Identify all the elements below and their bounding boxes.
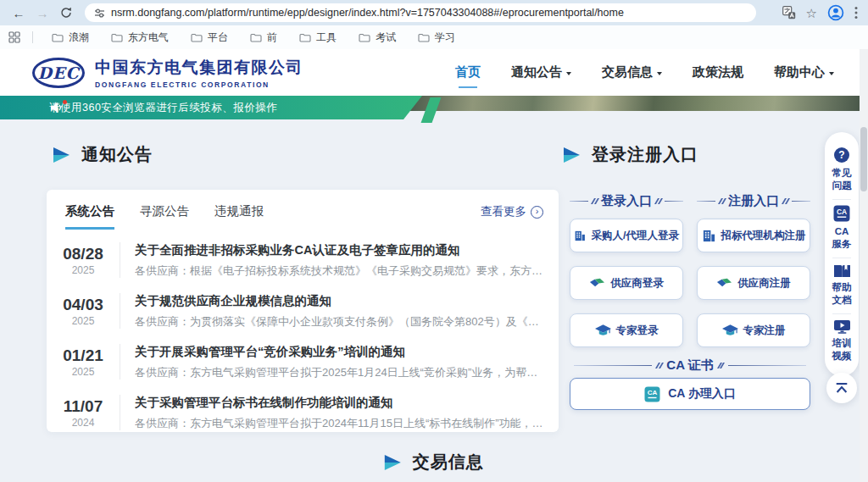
tab-system-announcements[interactable]: 系统公告	[65, 203, 114, 230]
nav-label: 首页	[455, 64, 481, 80]
announcement-date: 11/07 2024	[47, 397, 120, 429]
bookmark-folder-gongju[interactable]: 工具	[292, 29, 343, 47]
year-text: 2024	[47, 417, 120, 429]
decorative-slashes	[720, 198, 724, 204]
nav-announcements[interactable]: 通知公告	[511, 64, 571, 80]
purchaser-agent-login-button[interactable]: 采购人/代理人登录	[570, 219, 683, 252]
quick-nav-label: CA服务	[831, 225, 853, 251]
announcement-date: 01/21 2025	[47, 346, 120, 378]
section-arrow-icon	[51, 147, 70, 163]
announcement-title[interactable]: 关于规范供应商企业规模信息的通知	[135, 293, 543, 309]
bookmark-folder-langchao[interactable]: 浪潮	[45, 29, 96, 47]
bookmark-star-icon[interactable]: ☆	[806, 7, 817, 19]
login-entry-header: 登录入口	[570, 193, 683, 209]
site-header: DEC 中国东方电气集团有限公司 DONGFANG ELECTRIC CORPO…	[0, 49, 868, 96]
section-arrow-icon	[561, 147, 581, 163]
supplier-register-button[interactable]: 供应商注册	[697, 266, 810, 300]
announcement-row[interactable]: 04/03 2025 关于规范供应商企业规模信息的通知 各供应商：为贯彻落实《保…	[47, 285, 559, 336]
bookmark-label: 东方电气	[128, 30, 169, 45]
quick-nav-label: 培训视频	[831, 337, 853, 363]
subheader-text: CA 证书	[666, 357, 713, 374]
bookmark-folder-pingtai[interactable]: 平台	[184, 29, 235, 47]
quick-nav-sidebar: ? 常见问题 CA CA服务 帮助文档	[825, 132, 859, 376]
quick-nav-help-docs[interactable]: 帮助文档	[825, 258, 859, 313]
announcement-desc: 各供应商：为贯彻落实《保障中小企业款项支付条例》（国务院令第802号）及《中小企…	[135, 314, 543, 330]
translate-icon[interactable]	[782, 6, 796, 19]
date-text: 08/28	[47, 245, 120, 263]
quick-nav-ca-service[interactable]: CA CA服务	[825, 200, 859, 258]
button-label: 专家注册	[743, 324, 786, 338]
url-bar[interactable]: nsrm.dongfang.com/platform/runtime/epp/d…	[85, 3, 756, 22]
scrollbar-track[interactable]	[860, 49, 868, 482]
expert-login-button[interactable]: 专家登录	[570, 313, 683, 347]
bidding-agency-register-button[interactable]: 招标代理机构注册	[697, 219, 810, 252]
folder-icon	[191, 33, 203, 42]
back-to-top-button[interactable]	[826, 373, 857, 403]
bookmark-label: 考试	[376, 30, 396, 45]
to-top-icon	[834, 382, 849, 394]
nav-help-center[interactable]: 帮助中心	[774, 64, 834, 80]
button-label: CA 办理入口	[668, 386, 736, 402]
site-settings-icon[interactable]	[94, 8, 105, 19]
announcement-title[interactable]: 关于开展采购管理平台“竞价采购业务”培训的通知	[135, 344, 543, 360]
announcement-tabs: 系统公告 寻源公告 违规通报 查看更多 ›	[47, 190, 559, 230]
announcement-row[interactable]: 11/07 2024 关于采购管理平台标书在线制作功能培训的通知 各供应商：东方…	[47, 387, 559, 438]
decorative-line	[570, 201, 588, 202]
supplier-login-button[interactable]: 供应商登录	[570, 266, 683, 300]
tab-sourcing-announcements[interactable]: 寻源公告	[140, 203, 189, 230]
nav-trade-info[interactable]: 交易信息	[602, 64, 662, 80]
announcement-title[interactable]: 关于全面推进非招标采购业务CA认证及电子签章应用的通知	[135, 242, 543, 258]
tab-violation-reports[interactable]: 违规通报	[214, 203, 264, 230]
ca-application-entry-button[interactable]: CA CA 办理入口	[570, 378, 810, 410]
expert-register-button[interactable]: 专家注册	[697, 313, 810, 347]
speaker-icon	[51, 102, 63, 113]
section-arrow-icon	[382, 454, 402, 471]
svg-text:?: ?	[838, 149, 844, 161]
decorative-slashes	[719, 363, 723, 368]
bookmarks-divider	[32, 31, 33, 43]
browser-window: ← → nsrm.dongfang.com/platform/runtime/e…	[0, 0, 868, 482]
announcement-row[interactable]: 01/21 2025 关于开展采购管理平台“竞价采购业务”培训的通知 各供应商：…	[47, 336, 559, 387]
announcements-section-title: 通知公告	[51, 143, 153, 166]
year-text: 2025	[47, 315, 120, 327]
decorative-line	[574, 365, 652, 366]
nav-label: 帮助中心	[774, 64, 825, 80]
bookmark-folder-kaoshi[interactable]: 考试	[352, 29, 403, 47]
date-text: 11/07	[47, 397, 120, 416]
svg-text:CA: CA	[837, 207, 847, 215]
bookmarks-bar: 浪潮 东方电气 平台 前 工具 考试 学习	[0, 25, 868, 49]
company-name-en: DONGFANG ELECTRIC CORPORATION	[95, 80, 303, 89]
menu-dots-icon[interactable]	[854, 6, 858, 19]
forward-button[interactable]: →	[32, 3, 53, 23]
back-button[interactable]: ←	[8, 3, 29, 23]
nav-home[interactable]: 首页	[455, 64, 481, 80]
company-name-cn: 中国东方电气集团有限公司	[95, 57, 303, 79]
question-icon: ?	[833, 147, 850, 163]
apps-grid-icon[interactable]	[8, 31, 20, 43]
quick-nav-label: 帮助文档	[831, 281, 853, 307]
graduation-cap-icon	[595, 324, 611, 337]
trade-info-section-title: 交易信息	[382, 451, 484, 474]
bookmark-label: 学习	[435, 30, 455, 45]
toolbar-icons: ☆	[782, 4, 860, 21]
nav-label: 交易信息	[602, 64, 653, 80]
year-text: 2025	[47, 366, 120, 378]
quick-nav-faq[interactable]: ? 常见问题	[825, 141, 859, 199]
bookmark-folder-qian[interactable]: 前	[243, 29, 284, 47]
nav-policies[interactable]: 政策法规	[693, 64, 743, 80]
view-more-link[interactable]: 查看更多 ›	[481, 204, 543, 219]
chevron-down-icon	[657, 72, 662, 75]
scrollbar-thumb[interactable]	[860, 127, 867, 191]
building-icon	[574, 229, 587, 243]
bookmark-label: 浪潮	[69, 30, 89, 45]
announcement-title[interactable]: 关于采购管理平台标书在线制作功能培训的通知	[135, 395, 543, 411]
bookmark-folder-dongfang[interactable]: 东方电气	[104, 29, 175, 47]
reload-button[interactable]	[56, 3, 76, 23]
bookmark-folder-xuexi[interactable]: 学习	[411, 29, 462, 47]
section-title-text: 登录注册入口	[592, 143, 698, 166]
announcement-desc: 各供应商：东方电气采购管理平台拟于2025年1月24日上线“竞价采购”业务，为帮…	[135, 365, 543, 380]
svg-text:CA: CA	[648, 389, 658, 396]
quick-nav-training-videos[interactable]: 培训视频	[825, 314, 859, 369]
profile-avatar-icon[interactable]	[827, 4, 844, 21]
announcement-row[interactable]: 08/28 2025 关于全面推进非招标采购业务CA认证及电子签章应用的通知 各…	[47, 235, 559, 285]
